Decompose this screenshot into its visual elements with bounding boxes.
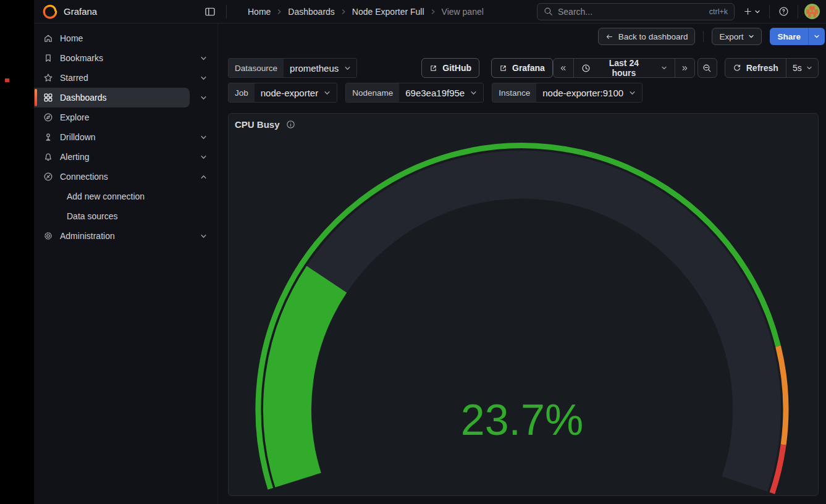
home-icon	[43, 33, 53, 43]
sidebar-toggle-button[interactable]	[202, 4, 218, 20]
sidebar-item-dashboards[interactable]: Dashboards	[34, 88, 190, 107]
zoom-out-time-button[interactable]	[697, 58, 717, 78]
sidebar-item-alerting[interactable]: Alerting	[34, 147, 190, 167]
avatar-image	[804, 4, 820, 19]
bell-icon	[43, 152, 53, 162]
sidebar-item-bookmarks[interactable]: Bookmarks	[34, 48, 190, 68]
search-shortcut: ctrl+k	[709, 7, 728, 16]
sidebar-item-data-sources[interactable]: Data sources	[34, 206, 217, 226]
new-menu-button[interactable]	[741, 4, 763, 19]
variable-value: prometheus	[290, 63, 339, 74]
export-button[interactable]: Export	[712, 28, 762, 45]
time-range-picker[interactable]: Last 24 hours	[573, 59, 675, 77]
chevron-down-icon	[814, 33, 820, 40]
sidebar-item-administration[interactable]: Administration	[34, 226, 190, 246]
gear-icon	[43, 231, 53, 241]
chevron-right-icon	[340, 9, 347, 15]
back-to-dashboard-button[interactable]: Back to dashboard	[598, 28, 696, 45]
dashboards-grid-icon	[43, 93, 53, 103]
drilldown-icon	[43, 132, 53, 142]
breadcrumb-home[interactable]: Home	[248, 7, 271, 17]
job-dropdown[interactable]: node-exporter	[255, 83, 337, 102]
sidebar-item-explore[interactable]: Explore	[34, 107, 217, 127]
variable-value: node-exporter:9100	[542, 88, 623, 98]
double-chevron-right-icon	[681, 64, 689, 72]
sidebar-item-label: Explore	[60, 112, 89, 122]
variable-value: 69e3ea19f95e	[405, 88, 465, 98]
help-button[interactable]	[776, 4, 791, 19]
time-shift-forward-button[interactable]	[675, 59, 694, 77]
datasource-dropdown[interactable]: prometheus	[284, 59, 357, 77]
sidebar-item-connections[interactable]: Connections	[34, 167, 190, 187]
gauge-value: 23.7%	[461, 396, 583, 444]
chevron-down-icon	[748, 33, 754, 40]
sidebar-item-add-new-connection[interactable]: Add new connection	[34, 187, 217, 206]
chevron-right-icon	[430, 9, 436, 15]
search-input[interactable]: Search... ctrl+k	[537, 3, 735, 20]
share-button[interactable]: Share	[770, 28, 808, 45]
sidebar-item-label: Bookmarks	[60, 53, 103, 63]
time-shift-back-button[interactable]	[554, 59, 573, 77]
time-range-label: Last 24 hours	[596, 58, 652, 78]
info-icon[interactable]	[286, 120, 295, 129]
grafana-app: Grafana Home Dashboards Node Exporter Fu…	[34, 0, 826, 504]
avatar[interactable]	[804, 4, 820, 19]
breadcrumb-dashboards[interactable]: Dashboards	[288, 7, 335, 17]
breadcrumb: Home Dashboards Node Exporter Full View …	[248, 7, 484, 17]
plus-icon	[743, 7, 752, 16]
refresh-interval-dropdown[interactable]: 5s	[786, 59, 819, 77]
search-icon	[544, 7, 553, 16]
nav-divider	[226, 5, 227, 19]
refresh-button[interactable]: Refresh	[725, 59, 786, 77]
external-link-icon	[429, 64, 437, 72]
share-button-group: Share	[770, 28, 825, 45]
expand-drilldown-button[interactable]	[190, 134, 217, 141]
sidebar-item-label: Home	[60, 33, 83, 43]
breadcrumb-view-panel: View panel	[442, 7, 484, 17]
expand-starred-button[interactable]	[190, 75, 217, 82]
chevron-down-icon	[629, 90, 636, 96]
sidebar-item-label: Dashboards	[60, 93, 107, 103]
compass-icon	[43, 112, 53, 122]
chevron-down-icon	[200, 233, 207, 240]
sidebar-item-home[interactable]: Home	[34, 28, 217, 48]
bookmark-icon	[43, 53, 53, 63]
time-picker-group: Last 24 hours	[553, 58, 695, 78]
export-label: Export	[719, 32, 743, 41]
plug-icon	[43, 172, 53, 182]
zoom-out-icon	[702, 64, 712, 73]
search-placeholder: Search...	[558, 7, 704, 17]
question-circle-icon	[778, 6, 789, 17]
panel-title: CPU Busy	[235, 119, 280, 130]
star-icon	[43, 73, 53, 83]
chevron-down-icon	[200, 94, 207, 101]
variables-row: Job node-exporter Nodename 69e3ea19f95e	[228, 83, 819, 103]
cpu-busy-panel: 23.7% CPU Busy	[228, 113, 819, 496]
expand-alerting-button[interactable]	[190, 154, 217, 161]
instance-dropdown[interactable]: node-exporter:9100	[536, 83, 642, 102]
chevron-down-icon	[324, 90, 331, 96]
nav-right	[741, 4, 820, 19]
panel-header[interactable]: CPU Busy	[229, 114, 818, 135]
desktop-edge	[0, 0, 34, 504]
actionbar-divider	[703, 31, 704, 42]
variable-datasource: Datasource prometheus	[228, 58, 357, 78]
expand-bookmarks-button[interactable]	[190, 55, 217, 62]
collapse-connections-button[interactable]	[190, 174, 217, 180]
sidebar-item-drilldown[interactable]: Drilldown	[34, 127, 190, 147]
clock-icon	[581, 64, 591, 73]
github-link-button[interactable]: GitHub	[421, 58, 479, 78]
nodename-dropdown[interactable]: 69e3ea19f95e	[399, 83, 483, 102]
breadcrumb-node-exporter-full[interactable]: Node Exporter Full	[352, 7, 424, 17]
share-label: Share	[777, 32, 801, 41]
refresh-icon	[733, 64, 741, 72]
expand-administration-button[interactable]	[190, 233, 217, 240]
expand-dashboards-button[interactable]	[190, 94, 217, 101]
sidebar-item-starred[interactable]: Starred	[34, 68, 190, 88]
chevron-down-icon	[806, 65, 812, 71]
variable-label: Job	[229, 83, 255, 102]
share-menu-button[interactable]	[808, 28, 825, 45]
grafana-link-button[interactable]: Grafana	[491, 58, 553, 78]
brand[interactable]: Grafana	[42, 4, 97, 20]
brand-name: Grafana	[64, 6, 97, 17]
